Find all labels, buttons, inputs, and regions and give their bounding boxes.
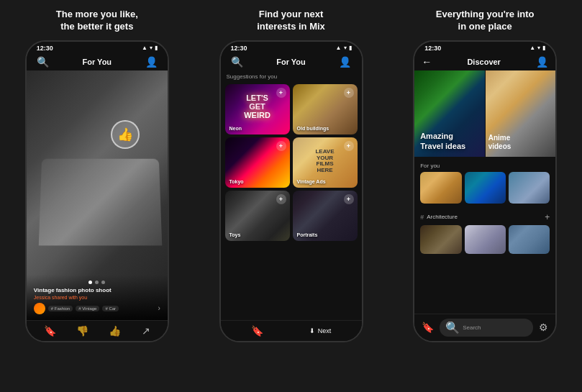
search-placeholder: Search [463,324,481,331]
tag-vintage[interactable]: # Vintage [76,306,99,311]
bottom-toolbar-1: 🔖 👎 👍 ↗ [27,320,168,341]
panel-1: The more you like,the better it gets 12:… [0,0,194,392]
profile-icon-1[interactable]: 👤 [145,56,158,68]
profile-icon-2[interactable]: 👤 [339,56,351,68]
hero-cell-travel[interactable]: AmazingTravel ideas [414,70,486,157]
search-icon-1[interactable]: 🔍 [37,56,49,68]
avatar [34,303,45,314]
hero-cell-anime[interactable]: Animevideos [486,70,556,157]
anime-label: Animevideos [488,134,511,151]
phone1-content: 👍 Vintage fashion photo shoot Jessica sh… [27,70,168,320]
grid-cell-toys[interactable]: + Toys [225,191,290,241]
cell-label-tokyo: Tokyo [229,179,244,184]
battery-icon-2: ▮ [349,45,352,51]
arch-thumb-2[interactable] [465,225,506,254]
grid-cell-old-buildings[interactable]: + Old buildings [293,84,358,135]
arch-text: Architecture [427,214,458,220]
panel-2: Find your nextinterests in Mix 12:30 ▲ ▾… [194,0,388,392]
filter-icon[interactable]: ⚙ [539,322,548,333]
dots-row [34,281,160,284]
car-scene: 👍 Vintage fashion photo shoot Jessica sh… [27,70,168,320]
travel-bg: AmazingTravel ideas [414,70,485,157]
home-icon-2[interactable]: 🔖 [251,325,263,337]
status-time-3: 12:30 [424,45,441,52]
status-bar-1: 12:30 ▲ ▾ ▮ [27,42,168,53]
status-icons-3: ▲ ▾ ▮ [529,45,545,51]
nav-title-1: For You [83,58,112,66]
arch-label: # Architecture [420,214,458,221]
grid-row-2: + Tokyo LEAVEYOURFILMSHERE + Vintage Ads [225,137,358,188]
app-container: The more you like,the better it gets 12:… [0,0,582,392]
share-icon[interactable]: ↗ [142,325,150,337]
hash-icon: # [420,214,424,221]
plus-badge-portraits[interactable]: + [344,194,354,204]
anime-bg: Animevideos [486,70,556,157]
down-arrow-icon: ⬇ [309,327,315,334]
cell-label-portraits: Portraits [297,232,318,237]
arch-plus-icon[interactable]: + [545,212,550,222]
grid-cell-neon[interactable]: LET'SGETWEIRD + Neon [225,84,290,135]
search-icon-3: 🔍 [445,321,460,334]
phone1-bottom: Vintage fashion photo shoot Jessica shar… [27,275,168,320]
thumb-ocean[interactable] [465,172,506,204]
grid-cell-portraits[interactable]: + Portraits [293,191,358,241]
like-icon[interactable]: 👍 [109,325,121,337]
plus-badge-toys[interactable]: + [276,194,286,204]
profile-icon-3[interactable]: 👤 [536,56,548,68]
search-icon-2[interactable]: 🔍 [231,56,243,68]
nav-title-2: For You [276,58,306,66]
cell-label-neon: Neon [229,126,242,131]
plus-badge-tokyo[interactable]: + [276,141,286,151]
arch-thumb-1[interactable] [420,225,461,254]
thumb-coast[interactable] [509,172,550,204]
arch-thumb-3[interactable] [509,225,550,254]
signal-icon: ▲ [142,45,147,51]
caption-sub: Jessica shared with you [34,295,160,300]
grid-row-3: + Toys + Portraits [225,191,358,241]
battery-icon-3: ▮ [542,45,545,51]
plus-badge-old[interactable]: + [344,88,354,98]
signal-icon-2: ▲ [336,45,342,51]
grid-cell-vintage[interactable]: LEAVEYOURFILMSHERE + Vintage Ads [293,137,358,188]
arch-header: # Architecture + [420,212,550,222]
panel-2-title: Find your nextinterests in Mix [257,9,325,33]
cell-label-old: Old buildings [297,126,329,131]
hero-row: AmazingTravel ideas Animevideos [414,70,555,157]
phone-1: 12:30 ▲ ▾ ▮ 🔍 For You 👤 👍 [25,40,169,342]
vintage-text: LEAVEYOURFILMSHERE [315,148,334,173]
panel-3-title: Everything you're intoin one place [436,9,535,33]
phone-2: 12:30 ▲ ▾ ▮ 🔍 For You 👤 Suggestions for … [219,40,363,342]
for-you-label: For you [420,163,550,169]
tag-fashion[interactable]: # Fashion [48,306,73,311]
tag-car[interactable]: # Car [102,306,119,311]
tags-row: # Fashion # Vintage # Car › [34,303,160,314]
plus-badge-neon[interactable]: + [276,88,286,98]
dot-3 [101,281,105,284]
for-you-section: For you [414,160,555,211]
phone2-content: Suggestions for you LET'SGETWEIRD + Neon… [221,70,362,320]
grid-row-1: LET'SGETWEIRD + Neon + Old buildings [225,84,358,135]
bookmark-icon[interactable]: 🔖 [44,325,56,337]
wifi-icon: ▾ [150,45,153,51]
dislike-icon[interactable]: 👎 [76,325,88,337]
battery-icon: ▮ [155,45,158,51]
next-button[interactable]: ⬇ Next [309,327,332,334]
status-icons-2: ▲ ▾ ▮ [336,45,352,51]
thumb-desert[interactable] [420,172,461,204]
arch-section: # Architecture + [414,211,555,255]
dot-1 [88,281,92,284]
bottom-toolbar-2: 🔖 ⬇ Next [221,320,362,341]
like-badge: 👍 [111,120,140,149]
nav-bar-2: 🔍 For You 👤 [221,53,362,70]
status-time-2: 12:30 [231,45,247,52]
cell-label-toys: Toys [229,232,241,237]
back-icon-3[interactable]: ← [422,56,432,68]
next-label: Next [318,327,332,334]
home-icon-3[interactable]: 🔖 [422,322,434,333]
status-time-1: 12:30 [37,45,53,52]
suggestions-label: Suggestions for you [225,73,358,80]
arch-thumbs [420,225,550,254]
grid-cell-tokyo[interactable]: + Tokyo [225,137,290,188]
search-bar[interactable]: 🔍 Search [440,319,533,337]
plus-badge-vintage[interactable]: + [344,141,354,151]
